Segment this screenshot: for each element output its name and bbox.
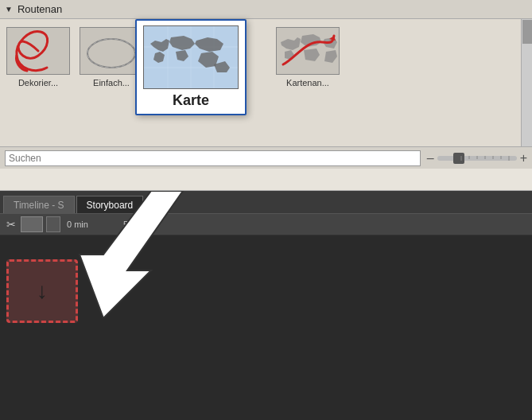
asset-thumb-einfach [80,27,143,75]
asset-grid: Dekorier... Einfach... [0,19,532,146]
asset-label-einfach: Einfach... [93,78,130,88]
section-title: Routenan [17,3,62,15]
karte-popup[interactable]: Karte [135,19,247,115]
world-map-svg [144,26,238,88]
karte-popup-label: Karte [173,92,209,109]
scrollbar-thumb[interactable] [522,20,532,44]
zoom-control: – + [427,152,527,165]
asset-item-kartenan[interactable]: Kartenan... [276,27,340,88]
zoom-out-button[interactable]: – [427,152,434,165]
asset-item-dekorier[interactable]: Dekorier... [6,27,70,88]
time-label-mid: 5 min [123,220,145,229]
timeline-toolbar: ✂ 0 min 5 min [0,213,532,235]
asset-browser-panel: ▼ Routenan Dekorier... Einfach... [0,0,532,191]
tab-bar: Timeline - S Storyboard [0,191,532,213]
collapse-arrow-icon[interactable]: ▼ [5,5,13,14]
search-bar: – + [0,146,532,169]
time-label-start: 0 min [67,220,88,229]
asset-label-kartenan: Kartenan... [286,78,329,88]
toolbar-small-icon [46,216,60,232]
drop-arrow-icon: ↓ [37,278,48,304]
simple-line-icon [80,28,142,74]
timeline-content: ↓ [0,235,532,420]
search-input[interactable] [5,150,421,166]
zoom-slider-track[interactable] [437,156,517,161]
asset-thumb-kartenan [276,27,340,75]
scissors-icon[interactable]: ✂ [5,216,17,232]
asset-grid-scrollbar[interactable] [521,19,532,146]
timeline-panel: Timeline - S Storyboard ✂ 0 min 5 min ↓ [0,191,532,420]
karte-anim-svg [277,28,339,74]
toolbar-block-icon [21,216,43,232]
spiral-icon [7,28,69,74]
asset-thumb-dekorier [6,27,70,75]
drop-zone[interactable]: ↓ [6,259,78,323]
karte-popup-map [143,25,239,89]
asset-label-dekorier: Dekorier... [18,78,58,88]
tab-timeline[interactable]: Timeline - S [3,196,75,213]
zoom-in-button[interactable]: + [520,152,527,165]
zoom-ticks [437,156,517,161]
asset-item-einfach[interactable]: Einfach... [80,27,143,88]
tab-storyboard[interactable]: Storyboard [76,196,144,213]
section-header: ▼ Routenan [0,0,532,19]
